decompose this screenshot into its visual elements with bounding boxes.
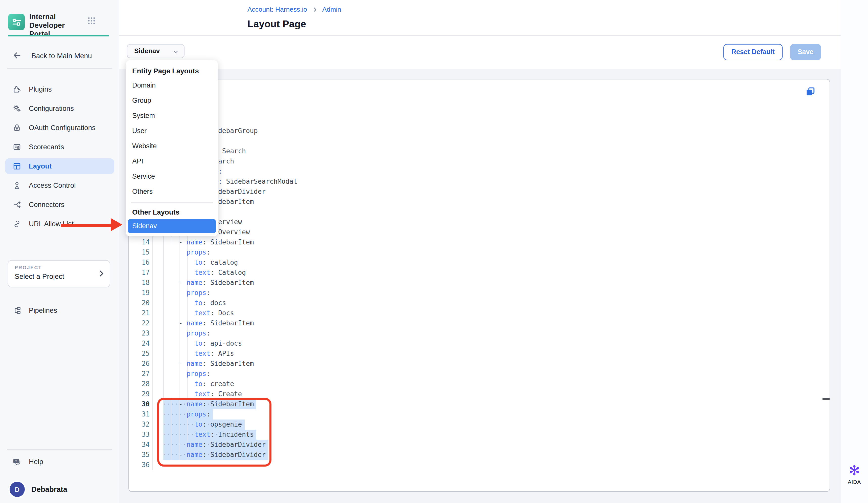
code-line: - name: SidebarItem bbox=[163, 278, 254, 288]
link-icon bbox=[12, 219, 22, 229]
menu-item-system[interactable]: System bbox=[126, 108, 218, 123]
code-line: - name: SidebarItem bbox=[163, 359, 254, 369]
sidebar-item-configurations[interactable]: Configurations bbox=[5, 101, 114, 117]
code-line: props: bbox=[163, 329, 210, 339]
breadcrumb-admin-link[interactable]: Admin bbox=[322, 6, 341, 13]
code-line: to: api-docs bbox=[163, 339, 242, 349]
sidebar-item-label: Connectors bbox=[29, 201, 64, 209]
code-line: - name: SidebarItem bbox=[163, 318, 254, 329]
menu-item-api[interactable]: API bbox=[126, 154, 218, 169]
line-number: 16 bbox=[130, 258, 149, 268]
svg-text:?: ? bbox=[15, 459, 18, 463]
user-menu[interactable]: D Debabrata bbox=[5, 480, 114, 499]
brand-underline bbox=[8, 35, 109, 36]
menu-item-domain[interactable]: Domain bbox=[126, 78, 218, 93]
help-label: Help bbox=[29, 458, 43, 465]
chevron-right-icon bbox=[312, 6, 318, 12]
breadcrumb: Account: Harness.io Admin bbox=[247, 6, 341, 13]
code-line: to: create bbox=[163, 379, 234, 389]
person-icon bbox=[12, 181, 22, 190]
sidebar-divider bbox=[7, 449, 112, 450]
scorecard-icon bbox=[12, 142, 22, 152]
line-number: 36 bbox=[130, 460, 149, 470]
user-name: Debabrata bbox=[31, 485, 67, 493]
aida-label: AIDA bbox=[841, 479, 868, 485]
puzzle-icon bbox=[12, 84, 22, 94]
sidebar-item-label: URL Allow List bbox=[29, 220, 74, 228]
menu-item-others[interactable]: Others bbox=[126, 184, 218, 199]
sidebar-item-connectors[interactable]: Connectors bbox=[5, 197, 114, 212]
code-line: ········to:·opsgenie bbox=[163, 420, 242, 430]
code-line: ····-·name:·SidebarDivider bbox=[163, 440, 266, 450]
sidebar-item-access-control[interactable]: Access Control bbox=[5, 178, 114, 193]
code-line: props: bbox=[163, 288, 210, 298]
code-line: props: bbox=[163, 248, 210, 258]
help-icon: ? bbox=[12, 457, 22, 467]
copy-icon[interactable] bbox=[805, 86, 816, 97]
line-number: 24 bbox=[130, 339, 149, 349]
sidebar-item-label: OAuth Configurations bbox=[29, 124, 95, 132]
sidebar-item-label: Scorecards bbox=[29, 143, 64, 151]
back-to-main-menu[interactable]: Back to Main Menu bbox=[7, 48, 112, 63]
chevron-right-icon bbox=[97, 269, 106, 280]
avatar: D bbox=[10, 482, 25, 497]
code-line: text: APIs bbox=[163, 349, 234, 359]
layout-type-dropdown-menu: Entity Page LayoutsDomainGroupSystemUser… bbox=[126, 60, 218, 236]
select-value: Sidenav bbox=[134, 47, 160, 55]
code-line: ····-·name:·SidebarItem bbox=[163, 399, 254, 409]
menu-item-service[interactable]: Service bbox=[126, 169, 218, 184]
line-number: 34 bbox=[130, 440, 149, 450]
code-line: ····-·name:·SidebarDivider bbox=[163, 450, 266, 460]
line-number: 32 bbox=[130, 420, 149, 430]
menu-item-sidenav[interactable]: Sidenav bbox=[128, 219, 216, 233]
lock-icon bbox=[12, 123, 22, 133]
code-line: - name: SidebarItem bbox=[163, 237, 254, 248]
sidebar-item-url-allow-list[interactable]: URL Allow List bbox=[5, 216, 114, 232]
scrollbar-selection-marker[interactable] bbox=[822, 398, 829, 400]
line-number: 33 bbox=[130, 430, 149, 440]
menu-item-website[interactable]: Website bbox=[126, 139, 218, 154]
code-line: text: Docs bbox=[163, 308, 234, 318]
right-rail bbox=[840, 0, 868, 503]
chevron-down-icon bbox=[172, 48, 179, 58]
line-number: 20 bbox=[130, 298, 149, 308]
code-line: text: Create bbox=[163, 389, 242, 399]
app-logo-icon bbox=[8, 14, 25, 30]
aida-assistant-button[interactable]: ✻ AIDA bbox=[841, 463, 868, 485]
layout-icon bbox=[12, 161, 22, 171]
apps-grid-icon[interactable] bbox=[87, 16, 96, 27]
gears-icon bbox=[12, 104, 22, 113]
code-line: ······props: bbox=[163, 409, 210, 420]
sidebar-item-label: Plugins bbox=[29, 85, 52, 93]
breadcrumb-account-link[interactable]: Account: Harness.io bbox=[247, 6, 307, 13]
line-number: 27 bbox=[130, 369, 149, 379]
project-label: PROJECT bbox=[15, 265, 42, 270]
line-number: 21 bbox=[130, 308, 149, 318]
sidebar-item-label: Layout bbox=[29, 162, 52, 170]
sidebar-item-scorecards[interactable]: Scorecards bbox=[5, 139, 114, 155]
reset-default-button[interactable]: Reset Default bbox=[723, 44, 783, 60]
aida-icon: ✻ bbox=[841, 463, 868, 478]
menu-item-group[interactable]: Group bbox=[126, 93, 218, 108]
line-number: 22 bbox=[130, 318, 149, 329]
app-window: Internal DeveloperPortal Back to Main Me… bbox=[0, 0, 868, 503]
line-number: 26 bbox=[130, 359, 149, 369]
sidebar-item-help[interactable]: ? Help bbox=[5, 454, 114, 470]
sidebar-item-label: Configurations bbox=[29, 105, 74, 112]
code-line: ········text:·Incidents bbox=[163, 430, 254, 440]
sidebar-item-oauth-configurations[interactable]: OAuth Configurations bbox=[5, 120, 114, 135]
sidebar-item-layout[interactable]: Layout bbox=[5, 158, 114, 174]
code-line: to: docs bbox=[163, 298, 226, 308]
line-number: 17 bbox=[130, 268, 149, 278]
project-selector[interactable]: PROJECT Select a Project bbox=[8, 260, 110, 288]
menu-item-user[interactable]: User bbox=[126, 123, 218, 139]
line-number: 29 bbox=[130, 389, 149, 399]
sidebar-item-plugins[interactable]: Plugins bbox=[5, 81, 114, 97]
sidebar-item-pipelines[interactable]: Pipelines bbox=[5, 303, 114, 318]
menu-divider bbox=[131, 202, 213, 203]
page-title: Layout Page bbox=[247, 18, 306, 30]
layout-type-select[interactable]: Sidenav bbox=[127, 44, 184, 58]
save-button[interactable]: Save bbox=[790, 44, 821, 60]
sidebar-item-label: Access Control bbox=[29, 182, 76, 189]
line-number: 15 bbox=[130, 248, 149, 258]
